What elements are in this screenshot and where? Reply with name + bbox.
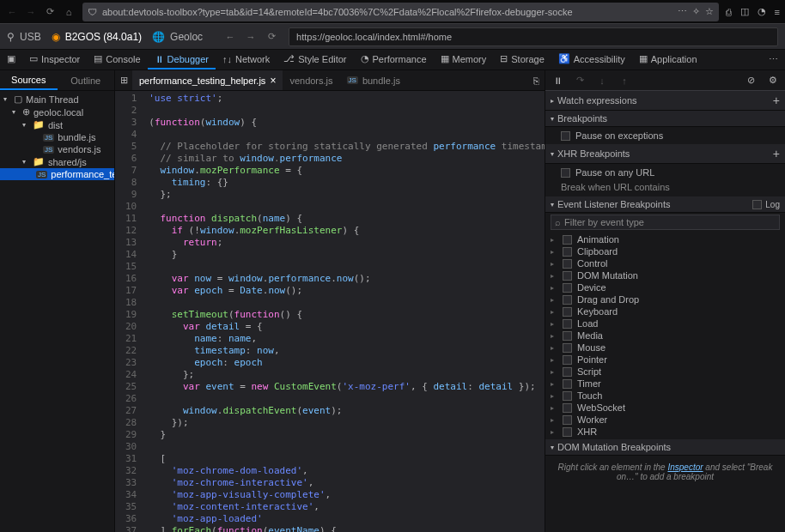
profile-icon[interactable]: ◔ <box>758 6 766 17</box>
tree-shared-js[interactable]: ▾📁shared/js <box>0 155 114 168</box>
checkbox[interactable] <box>563 259 572 269</box>
back-button[interactable]: ← <box>5 5 19 19</box>
tab-network[interactable]: ↑↓Network <box>216 50 277 70</box>
editor-tab-vendors[interactable]: vendors.js <box>283 70 339 90</box>
event-filter-input[interactable]: ⌕Filter by event type <box>551 215 780 230</box>
pause-any-url-row[interactable]: Pause on any URL <box>545 166 785 179</box>
event-category[interactable]: ▸Worker <box>545 414 785 426</box>
target-url-input[interactable]: https://geoloc.local/index.html#/home <box>289 27 778 46</box>
checkbox[interactable] <box>563 403 572 413</box>
tab-accessibility[interactable]: ♿Accessibility <box>551 50 632 70</box>
checkbox[interactable] <box>563 283 572 293</box>
checkbox[interactable] <box>563 367 572 377</box>
checkbox[interactable] <box>563 355 572 365</box>
settings-button[interactable]: ⚙ <box>766 74 780 88</box>
dom-mutation-header[interactable]: ▾DOM Mutation Breakpoints <box>545 439 785 456</box>
target-back-button[interactable]: ← <box>223 30 237 44</box>
pause-exceptions-row[interactable]: Pause on exceptions <box>545 129 785 142</box>
target-app[interactable]: 🌐 Geoloc <box>152 31 203 43</box>
event-category[interactable]: ▸Load <box>545 317 785 329</box>
event-category[interactable]: ▸Keyboard <box>545 305 785 317</box>
event-category[interactable]: ▸Script <box>545 366 785 378</box>
sources-tab-outline[interactable]: Outline <box>58 70 115 90</box>
page-actions-icon[interactable]: ⋯ <box>678 6 687 17</box>
reload-button[interactable]: ⟳ <box>43 5 57 19</box>
checkbox[interactable] <box>561 168 570 178</box>
event-category[interactable]: ▸Media <box>545 329 785 342</box>
checkbox[interactable] <box>563 319 572 329</box>
checkbox[interactable] <box>563 379 572 389</box>
tree-bundle[interactable]: JSbundle.js <box>0 131 114 143</box>
watch-expressions-header[interactable]: ▸Watch expressions+ <box>545 91 785 111</box>
checkbox[interactable] <box>563 295 572 305</box>
checkbox[interactable] <box>563 427 572 437</box>
sources-tab-sources[interactable]: Sources <box>0 70 58 90</box>
editor-tab-perf-helper[interactable]: performance_testing_helper.js× <box>132 70 283 90</box>
checkbox[interactable] <box>561 131 570 141</box>
library-icon[interactable]: ⎙ <box>726 7 732 17</box>
tab-debugger[interactable]: ⏸Debugger <box>148 50 216 70</box>
event-category[interactable]: ▸Animation <box>545 233 785 245</box>
checkbox[interactable] <box>563 415 572 425</box>
event-category[interactable]: ▸Timer <box>545 378 785 390</box>
tab-style-editor[interactable]: ⎇Style Editor <box>277 50 353 70</box>
editor-content[interactable]: 1 2 3 4 5 6 7 8 9 10 11 12 13 14 15 16 1… <box>115 91 545 532</box>
devtools-overflow-menu[interactable]: ⋯ <box>762 50 785 70</box>
checkbox[interactable] <box>563 343 572 353</box>
tree-perf-helper[interactable]: JSperformance_testing_h <box>0 168 114 180</box>
checkbox[interactable] <box>563 247 572 257</box>
target-usb[interactable]: ⚲ USB <box>7 31 41 43</box>
tab-application[interactable]: ▦Application <box>632 50 704 70</box>
target-runtime[interactable]: ◉ B2GOS (84.0a1) <box>52 31 142 43</box>
inspector-link[interactable]: Inspector <box>667 462 703 472</box>
reader-icon[interactable]: ✧ <box>692 6 700 17</box>
target-reload-button[interactable]: ⟳ <box>265 30 278 44</box>
tab-memory[interactable]: ▦Memory <box>434 50 494 70</box>
tab-console[interactable]: ▤Console <box>87 50 147 70</box>
event-category[interactable]: ▸Mouse <box>545 342 785 354</box>
forward-button[interactable]: → <box>24 5 38 19</box>
event-category[interactable]: ▸Touch <box>545 390 785 402</box>
step-over-button[interactable]: ↷ <box>573 74 587 88</box>
break-url-contains[interactable]: Break when URL contains <box>545 179 785 195</box>
add-xhr-icon[interactable]: + <box>773 147 780 160</box>
bookmark-icon[interactable]: ☆ <box>705 6 714 17</box>
tab-inspector[interactable]: ▭Inspector <box>22 50 87 70</box>
source-map-icon[interactable]: ⊞ <box>115 70 132 90</box>
close-icon[interactable]: × <box>270 75 276 87</box>
event-category[interactable]: ▸Pointer <box>545 354 785 366</box>
code-area[interactable]: 'use strict'; (function(window) { // Pla… <box>142 91 545 532</box>
checkbox[interactable] <box>563 391 572 401</box>
step-out-button[interactable]: ↑ <box>618 74 631 88</box>
command-icon[interactable]: ⎘ <box>527 70 545 90</box>
url-bar[interactable]: 🛡 about:devtools-toolbox?type=tab&id=14&… <box>82 3 719 21</box>
checkbox[interactable] <box>563 307 572 317</box>
target-forward-button[interactable]: → <box>244 30 258 44</box>
event-category[interactable]: ▸Device <box>545 281 785 293</box>
editor-tab-bundle[interactable]: JSbundle.js <box>340 70 407 90</box>
checkbox[interactable] <box>563 331 572 341</box>
menu-icon[interactable]: ≡ <box>775 7 780 17</box>
deactivate-breakpoints-button[interactable]: ⊘ <box>744 74 758 88</box>
event-listener-header[interactable]: ▾Event Listener BreakpointsLog <box>545 196 785 213</box>
tree-dist[interactable]: ▾📁dist <box>0 118 114 131</box>
event-category[interactable]: ▸WebSocket <box>545 402 785 414</box>
event-category[interactable]: ▸Clipboard <box>545 245 785 257</box>
event-category[interactable]: ▸Control <box>545 257 785 269</box>
xhr-breakpoints-header[interactable]: ▾XHR Breakpoints+ <box>545 144 785 164</box>
tab-performance[interactable]: ◔Performance <box>354 50 434 70</box>
step-in-button[interactable]: ↓ <box>595 74 609 88</box>
add-watch-icon[interactable]: + <box>773 94 780 107</box>
home-button[interactable]: ⌂ <box>62 5 76 19</box>
breakpoints-header[interactable]: ▾Breakpoints <box>545 111 785 127</box>
pause-button[interactable]: ⏸ <box>551 74 564 88</box>
checkbox[interactable] <box>563 235 572 245</box>
tree-host[interactable]: ▾⊕geoloc.local <box>0 106 114 118</box>
tree-vendors[interactable]: JSvendors.js <box>0 143 114 155</box>
event-category[interactable]: ▸XHR <box>545 426 785 438</box>
event-category[interactable]: ▸Drag and Drop <box>545 293 785 305</box>
tab-storage[interactable]: ⊟Storage <box>493 50 551 70</box>
log-checkbox[interactable] <box>752 200 762 209</box>
sidebar-icon[interactable]: ◫ <box>740 6 749 17</box>
tree-main-thread[interactable]: ▾▢Main Thread <box>0 93 114 106</box>
